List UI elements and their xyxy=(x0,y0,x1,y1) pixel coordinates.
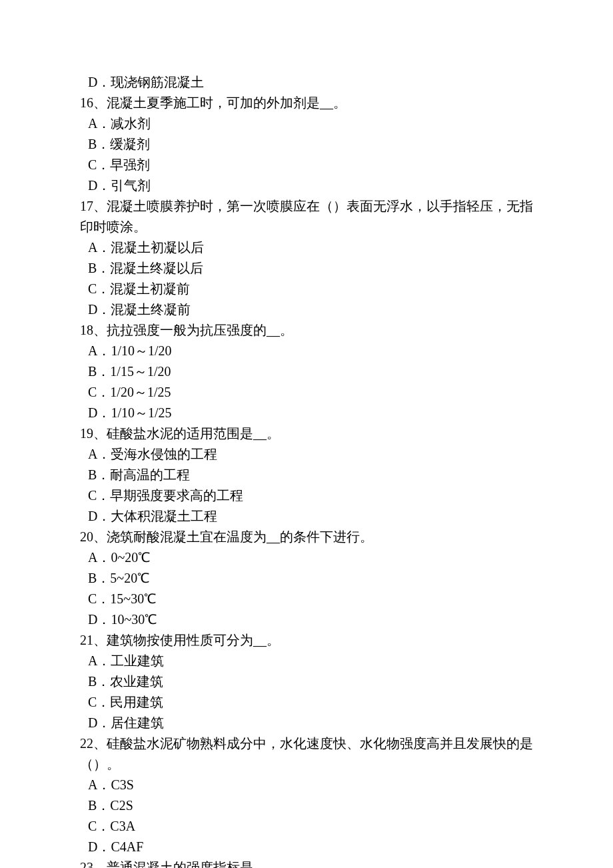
q17-option-d: D．混凝土终凝前 xyxy=(80,299,533,320)
q21-option-a: A．工业建筑 xyxy=(80,651,533,671)
q22-stem: 22、硅酸盐水泥矿物熟料成分中，水化速度快、水化物强度高并且发展快的是（）。 xyxy=(80,733,533,775)
q17-option-a: A．混凝土初凝以后 xyxy=(80,237,533,258)
q19-option-c: C．早期强度要求高的工程 xyxy=(80,485,533,506)
q22-option-c: C．C3A xyxy=(80,816,533,837)
q18-stem: 18、抗拉强度一般为抗压强度的__。 xyxy=(80,320,533,341)
q20-option-c: C．15~30℃ xyxy=(80,589,533,609)
q16-option-c: C．早强剂 xyxy=(80,155,533,175)
q15-option-d: D．现浇钢筋混凝土 xyxy=(80,72,533,93)
q16-option-b: B．缓凝剂 xyxy=(80,134,533,155)
q19-stem: 19、硅酸盐水泥的适用范围是__。 xyxy=(80,423,533,444)
page-content: D．现浇钢筋混凝土 16、混凝土夏季施工时，可加的外加剂是__。 A．减水剂 B… xyxy=(0,0,613,868)
q20-option-d: D．10~30℃ xyxy=(80,609,533,630)
q16-option-d: D．引气剂 xyxy=(80,175,533,196)
q20-option-b: B．5~20℃ xyxy=(80,568,533,589)
q16-option-a: A．减水剂 xyxy=(80,113,533,134)
q21-option-c: C．民用建筑 xyxy=(80,692,533,713)
q23-stem: 23、普通混凝土的强度指标是__。 xyxy=(80,857,533,868)
q18-option-d: D．1/10～1/25 xyxy=(80,403,533,423)
q18-option-c: C．1/20～1/25 xyxy=(80,382,533,403)
q17-stem: 17、混凝土喷膜养护时，第一次喷膜应在（）表面无浮水，以手指轻压，无指印时喷涂。 xyxy=(80,196,533,237)
q20-option-a: A．0~20℃ xyxy=(80,547,533,568)
q22-option-d: D．C4AF xyxy=(80,837,533,857)
q17-option-c: C．混凝土初凝前 xyxy=(80,279,533,299)
q21-option-b: B．农业建筑 xyxy=(80,671,533,692)
q22-option-b: B．C2S xyxy=(80,795,533,816)
q21-option-d: D．居住建筑 xyxy=(80,713,533,733)
q19-option-a: A．受海水侵蚀的工程 xyxy=(80,444,533,465)
q17-option-b: B．混凝土终凝以后 xyxy=(80,258,533,279)
q18-option-a: A．1/10～1/20 xyxy=(80,341,533,361)
q19-option-d: D．大体积混凝土工程 xyxy=(80,506,533,527)
q18-option-b: B．1/15～1/20 xyxy=(80,361,533,382)
q21-stem: 21、建筑物按使用性质可分为__。 xyxy=(80,630,533,651)
q19-option-b: B．耐高温的工程 xyxy=(80,465,533,485)
q20-stem: 20、浇筑耐酸混凝土宜在温度为__的条件下进行。 xyxy=(80,527,533,547)
q16-stem: 16、混凝土夏季施工时，可加的外加剂是__。 xyxy=(80,93,533,113)
q22-option-a: A．C3S xyxy=(80,775,533,795)
